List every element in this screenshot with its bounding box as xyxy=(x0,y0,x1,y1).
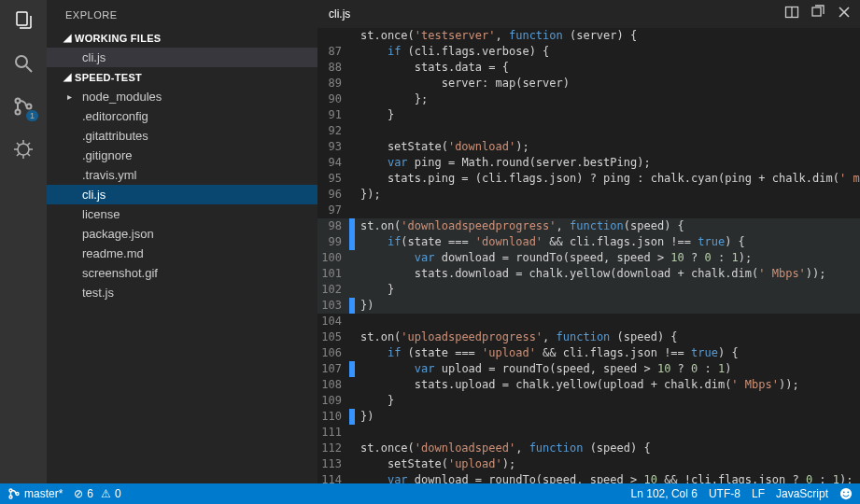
code-text xyxy=(355,425,367,441)
code-text xyxy=(355,314,367,329)
file-item[interactable]: cli.js xyxy=(47,185,317,204)
git-branch-status[interactable]: master* xyxy=(7,487,63,500)
code-line[interactable]: 90 }; xyxy=(317,91,860,107)
code-line[interactable]: 111 xyxy=(317,425,860,441)
code-text: setState('download'); xyxy=(355,139,529,155)
files-icon[interactable] xyxy=(10,7,36,34)
code-line[interactable]: 94 var ping = Math.round(server.bestPing… xyxy=(317,155,860,171)
svg-line-12 xyxy=(27,153,30,156)
code-line[interactable]: st.once('testserver', function (server) … xyxy=(317,28,860,44)
code-line[interactable]: 96}); xyxy=(317,187,860,203)
code-line[interactable]: 95 stats.ping = (cli.flags.json) ? ping … xyxy=(317,171,860,187)
code-text: st.once('downloadspeed', function (speed… xyxy=(355,441,651,456)
code-line[interactable]: 112st.once('downloadspeed', function (sp… xyxy=(317,441,860,456)
sidebar-title: EXPLORE xyxy=(47,0,317,28)
code-line[interactable]: 91 } xyxy=(317,107,860,123)
line-number: 95 xyxy=(317,171,349,187)
branch-name: master* xyxy=(24,487,63,500)
line-number: 87 xyxy=(317,44,349,60)
file-item[interactable]: screenshot.gif xyxy=(47,263,317,283)
debug-icon[interactable] xyxy=(10,136,36,162)
svg-point-21 xyxy=(9,496,12,498)
svg-point-22 xyxy=(16,493,19,496)
file-tree: node_modules.editorconfig.gitattributes.… xyxy=(47,87,317,302)
line-number: 111 xyxy=(317,425,349,441)
code-line[interactable]: 97 xyxy=(317,203,860,218)
line-number: 88 xyxy=(317,60,349,76)
section-project[interactable]: ◢ SPEED-TEST xyxy=(47,67,317,87)
code-text xyxy=(355,123,367,139)
warning-value: 0 xyxy=(115,487,121,500)
line-number: 98 xyxy=(317,218,349,234)
code-text: } xyxy=(355,393,394,409)
error-count[interactable]: ⊘ 6 ⚠ 0 xyxy=(74,487,120,500)
encoding[interactable]: UTF-8 xyxy=(709,487,740,500)
split-editor-icon[interactable] xyxy=(783,4,800,21)
folder-item[interactable]: node_modules xyxy=(47,87,317,106)
code-line[interactable]: 93 setState('download'); xyxy=(317,139,860,155)
line-number: 94 xyxy=(317,155,349,171)
code-line[interactable]: 107 var upload = roundTo(speed, speed > … xyxy=(317,361,860,377)
file-item[interactable]: test.js xyxy=(47,283,317,302)
more-icon[interactable] xyxy=(810,4,826,21)
file-item[interactable]: license xyxy=(47,204,317,224)
code-line[interactable]: 114 var download = roundTo(speed, speed … xyxy=(317,472,860,483)
code-text: }); xyxy=(355,187,381,203)
code-line[interactable]: 89 server: map(server) xyxy=(317,76,860,91)
line-number: 89 xyxy=(317,76,349,91)
code-line[interactable]: 98st.on('downloadspeedprogress', functio… xyxy=(317,218,860,234)
file-item[interactable]: .gitignore xyxy=(47,146,317,165)
svg-rect-17 xyxy=(812,7,821,16)
caret-down-icon: ◢ xyxy=(63,71,71,83)
code-line[interactable]: 106 if (state === 'upload' && cli.flags.… xyxy=(317,345,860,361)
git-icon[interactable]: 1 xyxy=(10,93,36,119)
close-icon[interactable] xyxy=(836,4,853,21)
code-line[interactable]: 103}) xyxy=(317,298,860,314)
section-label: WORKING FILES xyxy=(75,33,162,44)
line-number: 112 xyxy=(317,441,349,456)
code-text: st.on('downloadspeedprogress', function(… xyxy=(355,218,684,234)
svg-point-3 xyxy=(16,99,21,104)
code-text: if (cli.flags.verbose) { xyxy=(355,44,549,60)
line-number: 96 xyxy=(317,187,349,203)
code-line[interactable]: 108 stats.upload = chalk.yellow(upload +… xyxy=(317,377,860,393)
code-line[interactable]: 110}) xyxy=(317,409,860,425)
line-number: 113 xyxy=(317,456,349,472)
line-number xyxy=(317,28,349,44)
code-line[interactable]: 99 if(state === 'download' && cli.flags.… xyxy=(317,234,860,250)
code-line[interactable]: 105st.on('uploadspeedprogress', function… xyxy=(317,329,860,345)
code-text: stats.data = { xyxy=(355,60,509,76)
file-item[interactable]: .travis.yml xyxy=(47,165,317,185)
search-icon[interactable] xyxy=(10,50,36,77)
code-text: stats.download = chalk.yellow(download +… xyxy=(355,266,826,282)
line-number: 107 xyxy=(317,361,349,377)
line-number: 110 xyxy=(317,409,349,425)
line-number: 108 xyxy=(317,377,349,393)
code-line[interactable]: 87 if (cli.flags.verbose) { xyxy=(317,44,860,60)
eol[interactable]: LF xyxy=(752,487,765,500)
section-working-files[interactable]: ◢ WORKING FILES xyxy=(47,28,317,48)
tab-active[interactable]: cli.js xyxy=(329,7,350,21)
code-text: if (state === 'upload' && cli.flags.json… xyxy=(355,345,739,361)
language-mode[interactable]: JavaScript xyxy=(776,487,828,500)
code-line[interactable]: 88 stats.data = { xyxy=(317,60,860,76)
feedback-icon[interactable] xyxy=(839,487,853,500)
file-item[interactable]: .editorconfig xyxy=(47,106,317,126)
code-line[interactable]: 102 } xyxy=(317,282,860,298)
code-editor[interactable]: st.once('testserver', function (server) … xyxy=(317,28,860,483)
file-item[interactable]: package.json xyxy=(47,224,317,244)
code-line[interactable]: 113 setState('upload'); xyxy=(317,456,860,472)
code-text xyxy=(355,203,367,218)
file-item[interactable]: readme.md xyxy=(47,244,317,263)
file-item[interactable]: .gitattributes xyxy=(47,126,317,146)
code-line[interactable]: 109 } xyxy=(317,393,860,409)
code-line[interactable]: 92 xyxy=(317,123,860,139)
code-line[interactable]: 100 var download = roundTo(speed, speed … xyxy=(317,250,860,266)
working-file-item[interactable]: cli.js xyxy=(47,48,317,67)
activity-bar: 1 xyxy=(0,0,47,483)
code-line[interactable]: 104 xyxy=(317,314,860,329)
code-line[interactable]: 101 stats.download = chalk.yellow(downlo… xyxy=(317,266,860,282)
cursor-position[interactable]: Ln 102, Col 6 xyxy=(631,487,698,500)
svg-line-13 xyxy=(27,143,30,146)
line-number: 97 xyxy=(317,203,349,218)
